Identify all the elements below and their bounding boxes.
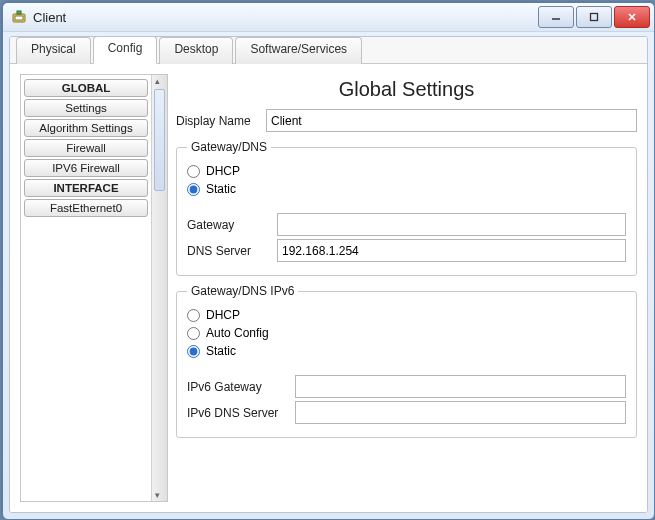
gw6-dhcp-radio[interactable] (187, 309, 200, 322)
app-icon (11, 9, 27, 25)
app-window: Client Physical Config Desktop Software/… (2, 2, 655, 520)
tab-config[interactable]: Config (93, 36, 158, 64)
sidebar-item-fastethernet0[interactable]: FastEthernet0 (24, 199, 148, 217)
panel-title: Global Settings (176, 78, 637, 101)
svg-rect-2 (17, 11, 21, 14)
sidebar-scrollbar[interactable] (151, 75, 167, 501)
ipv6-dns-input[interactable] (295, 401, 626, 424)
ipv6-dns-label: IPv6 DNS Server (187, 406, 295, 420)
svg-rect-1 (15, 16, 23, 20)
gateway-dns-ipv6-legend: Gateway/DNS IPv6 (187, 284, 298, 298)
gw6-dhcp-label: DHCP (206, 308, 240, 322)
sidebar-item-settings[interactable]: Settings (24, 99, 148, 117)
ipv6-gateway-input[interactable] (295, 375, 626, 398)
sidebar-item-ipv6-firewall[interactable]: IPV6 Firewall (24, 159, 148, 177)
tab-physical[interactable]: Physical (16, 37, 91, 64)
display-name-label: Display Name (176, 114, 266, 128)
client-area: Physical Config Desktop Software/Service… (9, 36, 648, 513)
sidebar-item-firewall[interactable]: Firewall (24, 139, 148, 157)
maximize-button[interactable] (576, 6, 612, 28)
content-area: GLOBAL Settings Algorithm Settings Firew… (10, 64, 647, 512)
ipv6-gateway-label: IPv6 Gateway (187, 380, 295, 394)
gateway-label: Gateway (187, 218, 277, 232)
dns-input[interactable] (277, 239, 626, 262)
display-name-row: Display Name (176, 109, 637, 132)
gw4-dhcp-radio[interactable] (187, 165, 200, 178)
titlebar[interactable]: Client (3, 3, 654, 32)
window-controls (538, 6, 650, 28)
gw6-auto-radio[interactable] (187, 327, 200, 340)
gateway-dns-ipv6-group: Gateway/DNS IPv6 DHCP Auto Config Static (176, 284, 637, 438)
gw6-static-label: Static (206, 344, 236, 358)
gw4-static-radio[interactable] (187, 183, 200, 196)
gw6-static-radio[interactable] (187, 345, 200, 358)
gateway-input[interactable] (277, 213, 626, 236)
gw6-auto-label: Auto Config (206, 326, 269, 340)
close-button[interactable] (614, 6, 650, 28)
gateway-dns-group: Gateway/DNS DHCP Static Gateway (176, 140, 637, 276)
settings-panel: Global Settings Display Name Gateway/DNS… (176, 74, 637, 502)
gw4-dhcp-label: DHCP (206, 164, 240, 178)
svg-rect-4 (591, 14, 598, 21)
sidebar: GLOBAL Settings Algorithm Settings Firew… (20, 74, 168, 502)
dns-label: DNS Server (187, 244, 277, 258)
sidebar-header-interface[interactable]: INTERFACE (24, 179, 148, 197)
sidebar-scroll-thumb[interactable] (154, 89, 165, 191)
gw4-static-label: Static (206, 182, 236, 196)
sidebar-item-algorithm-settings[interactable]: Algorithm Settings (24, 119, 148, 137)
tab-desktop[interactable]: Desktop (159, 37, 233, 64)
window-title: Client (33, 10, 538, 25)
minimize-button[interactable] (538, 6, 574, 28)
tab-software-services[interactable]: Software/Services (235, 37, 362, 64)
display-name-input[interactable] (266, 109, 637, 132)
sidebar-list: GLOBAL Settings Algorithm Settings Firew… (21, 75, 151, 501)
sidebar-header-global[interactable]: GLOBAL (24, 79, 148, 97)
tab-strip: Physical Config Desktop Software/Service… (10, 37, 647, 64)
gateway-dns-legend: Gateway/DNS (187, 140, 271, 154)
